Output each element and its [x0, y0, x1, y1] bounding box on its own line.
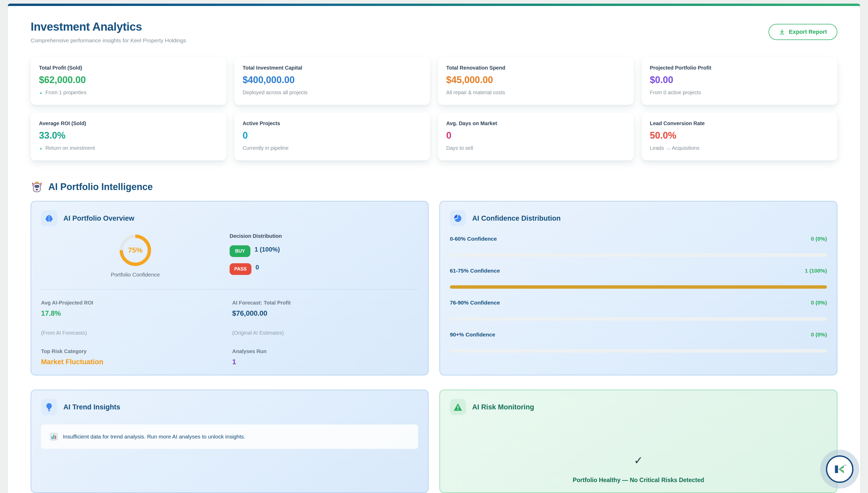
- kpi-subtext: Deployed across all projects: [242, 90, 308, 95]
- keel-k-logo-icon: ™: [832, 462, 847, 476]
- trend-up-icon: ▲: [39, 146, 43, 150]
- ai-section-title: AI Portfolio Intelligence: [48, 181, 153, 192]
- kpi-label: Total Investment Capital: [242, 65, 422, 71]
- pass-count: 0: [256, 264, 259, 271]
- confidence-bar-track: [450, 285, 827, 289]
- kpi-grid: Total Profit (Sold) $62,000.00 ▲From 1 p…: [30, 57, 838, 160]
- kpi-subtext: From 1 properties: [45, 90, 86, 95]
- buy-badge: BUY: [230, 245, 250, 257]
- page-title: Investment Analytics: [30, 20, 186, 33]
- download-icon: [779, 29, 785, 35]
- card-title: AI Risk Monitoring: [472, 403, 534, 411]
- confidence-row-76-90: 76-90% Confidence 0 (0%): [450, 300, 827, 321]
- kpi-label: Projected Portfolio Profit: [650, 65, 829, 71]
- decision-distribution: Decision Distribution BUY 1 (100%) PASS …: [230, 233, 418, 278]
- kpi-value: $0.00: [650, 74, 829, 85]
- kpi-card-investment-capital: Total Investment Capital $400,000.00 Dep…: [234, 57, 430, 105]
- confidence-row-61-75: 61-75% Confidence 1 (100%): [450, 267, 827, 289]
- kpi-value: 50.0%: [650, 130, 829, 141]
- brain-icon: [44, 214, 54, 223]
- kpi-label: Total Profit (Sold): [39, 65, 218, 71]
- ai-grid: AI Portfolio Overview 75% Portfolio Conf…: [30, 201, 838, 493]
- portfolio-confidence-donut: 75%: [119, 234, 151, 266]
- kpi-card-renovation-spend: Total Renovation Spend $45,000.00 All re…: [438, 57, 634, 105]
- export-report-button[interactable]: Export Report: [768, 24, 838, 40]
- ai-risk-monitoring-card: AI Risk Monitoring ✓ Portfolio Healthy —…: [440, 390, 838, 493]
- kpi-subtext: Return on investment: [45, 145, 95, 151]
- stat-top-risk-category: Top Risk Category Market Fluctuation: [41, 348, 227, 366]
- robot-icon: [30, 181, 43, 193]
- kpi-value: 33.0%: [39, 130, 218, 141]
- ai-confidence-distribution-card: AI Confidence Distribution 0-60% Confide…: [440, 201, 838, 376]
- decision-distribution-title: Decision Distribution: [230, 233, 418, 239]
- overview-stats-grid: Avg AI-Projected ROI 17.8% AI Forecast: …: [41, 289, 418, 366]
- kpi-label: Avg. Days on Market: [446, 121, 626, 126]
- donut-caption: Portfolio Confidence: [41, 272, 230, 278]
- page-header: Investment Analytics Comprehensive perfo…: [30, 20, 838, 44]
- card-title: AI Portfolio Overview: [63, 214, 134, 222]
- stat-ai-forecast-profit: AI Forecast: Total Profit $76,000.00: [232, 300, 418, 318]
- check-mark-icon: ✓: [450, 454, 827, 467]
- kpi-card-active-projects: Active Projects 0 Currently in pipeline: [234, 113, 430, 160]
- confidence-bar-fill: [450, 285, 827, 289]
- kpi-label: Average ROI (Sold): [39, 121, 218, 126]
- confidence-row-90-plus: 90+% Confidence 0 (0%): [450, 331, 827, 352]
- kpi-subtext: From 0 active projects: [650, 90, 701, 95]
- main-panel: Investment Analytics Comprehensive perfo…: [8, 4, 860, 493]
- stat-analyses-run: Analyses Run 1: [232, 348, 418, 366]
- kpi-value: 0: [446, 130, 626, 141]
- ai-portfolio-overview-card: AI Portfolio Overview 75% Portfolio Conf…: [30, 201, 428, 376]
- kpi-subtext: Days to sell: [446, 145, 473, 151]
- kpi-value: 0: [242, 130, 422, 141]
- ai-trend-insights-card: AI Trend Insights Insufficient data for …: [30, 390, 428, 493]
- kpi-card-total-profit: Total Profit (Sold) $62,000.00 ▲From 1 p…: [30, 57, 227, 105]
- page-subtitle: Comprehensive performance insights for K…: [30, 37, 186, 44]
- buy-count: 1 (100%): [255, 246, 280, 253]
- confidence-bar-track: [450, 253, 827, 257]
- risk-status-message: Portfolio Healthy — No Critical Risks De…: [450, 477, 827, 484]
- kpi-subtext: Currently in pipeline: [242, 145, 289, 151]
- kpi-value: $45,000.00: [446, 74, 626, 85]
- bar-chart-icon: [49, 432, 58, 441]
- pass-badge: PASS: [230, 263, 251, 275]
- kpi-label: Lead Conversion Rate: [650, 121, 829, 126]
- note-original-ai-estimates: (Original AI Estimates): [232, 330, 418, 336]
- svg-text:™: ™: [844, 464, 846, 467]
- trend-insight-message: Insufficient data for trend analysis. Ru…: [63, 433, 245, 440]
- confidence-rows: 0-60% Confidence 0 (0%) 61-75% Confidenc…: [450, 236, 827, 352]
- trend-insight-message-box: Insufficient data for trend analysis. Ru…: [41, 425, 418, 449]
- kpi-label: Active Projects: [242, 121, 422, 126]
- export-report-label: Export Report: [789, 28, 827, 35]
- confidence-bar-track: [450, 317, 827, 321]
- confidence-row-0-60: 0-60% Confidence 0 (0%): [450, 236, 827, 257]
- keel-logo-badge[interactable]: ™: [820, 450, 859, 489]
- stat-avg-ai-roi: Avg AI-Projected ROI 17.8%: [41, 300, 227, 318]
- ai-section-header: AI Portfolio Intelligence: [30, 181, 838, 193]
- confidence-bar-track: [450, 349, 827, 352]
- kpi-subtext: Leads → Acquisitions: [650, 145, 699, 151]
- decision-row-buy: BUY 1 (100%): [230, 245, 418, 257]
- kpi-card-projected-profit: Projected Portfolio Profit $0.00 From 0 …: [641, 57, 838, 105]
- donut-percent-label: 75%: [119, 234, 151, 266]
- decision-row-pass: PASS 0: [230, 263, 418, 275]
- note-from-ai-forecasts: (From AI Forecasts): [41, 330, 227, 336]
- kpi-card-lead-conversion: Lead Conversion Rate 50.0% Leads → Acqui…: [641, 113, 838, 160]
- kpi-value: $62,000.00: [39, 74, 218, 85]
- kpi-card-average-roi: Average ROI (Sold) 33.0% ▲Return on inve…: [30, 113, 227, 160]
- card-title: AI Trend Insights: [63, 403, 120, 411]
- lightbulb-icon: [44, 402, 54, 412]
- trend-up-icon: ▲: [39, 91, 43, 94]
- kpi-subtext: All repair & material costs: [446, 90, 505, 95]
- warning-triangle-icon: [453, 402, 463, 412]
- top-accent-bar: [8, 4, 860, 6]
- card-title: AI Confidence Distribution: [472, 214, 561, 222]
- pie-chart-icon: [453, 214, 463, 223]
- kpi-card-days-on-market: Avg. Days on Market 0 Days to sell: [438, 113, 634, 160]
- kpi-value: $400,000.00: [242, 74, 422, 85]
- kpi-label: Total Renovation Spend: [446, 65, 626, 71]
